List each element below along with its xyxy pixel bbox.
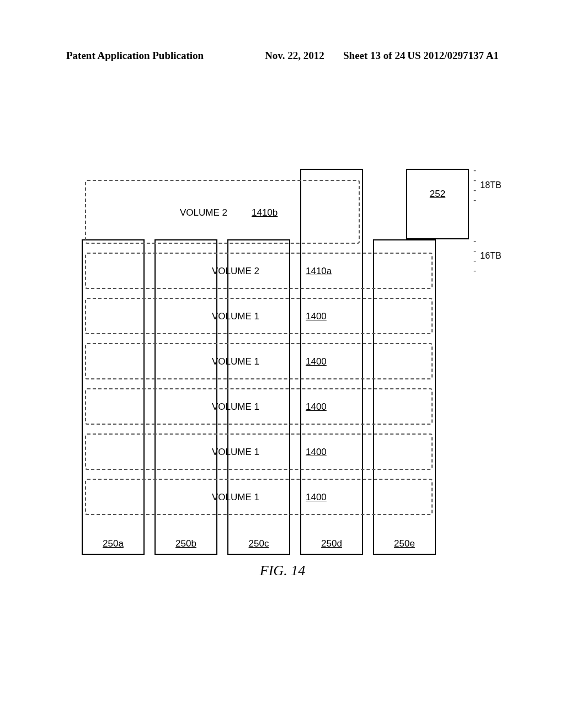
volume-ref: 1400	[306, 356, 327, 367]
dash-icon: - - - -	[473, 165, 477, 205]
volume-row-1400: VOLUME 1 1400	[85, 388, 433, 425]
page: Patent Application Publication Nov. 22, …	[0, 0, 565, 728]
sheet-num: Sheet 13 of 24	[343, 50, 405, 62]
figure-stage: 250a 250b 250c 250d 250e 252 - - - - 18T…	[82, 158, 484, 555]
volume-ref: 1410a	[306, 266, 332, 277]
volume-name: VOLUME 1	[212, 447, 259, 458]
volume-ref: 1400	[306, 492, 327, 503]
marker-label: 18TB	[480, 180, 501, 190]
volume-ref: 1410b	[252, 207, 278, 218]
pub-number: US 2012/0297137 A1	[407, 50, 499, 62]
extra-252-box: 252	[406, 169, 469, 239]
volume-row-1410a: VOLUME 2 1410a	[85, 253, 433, 289]
drive-label: 250b	[156, 538, 216, 549]
extra-252-label: 252	[407, 189, 468, 200]
volume-ref: 1400	[306, 311, 327, 322]
volume-row-1400: VOLUME 1 1400	[85, 298, 433, 334]
volume-name: VOLUME 1	[212, 492, 259, 503]
figure-caption: FIG. 14	[0, 563, 565, 579]
marker-16tb: - - - - 16TB	[473, 236, 502, 276]
pub-type: Patent Application Publication	[66, 50, 204, 62]
volume-name: VOLUME 1	[212, 311, 259, 322]
volume-row-1400: VOLUME 1 1400	[85, 343, 433, 379]
volume-name: VOLUME 2	[180, 207, 227, 218]
dash-icon: - - - -	[473, 236, 477, 276]
volume-row-1400: VOLUME 1 1400	[85, 479, 433, 515]
volume-ref: 1400	[306, 402, 327, 413]
drive-label: 250e	[374, 538, 435, 549]
volume-name: VOLUME 1	[212, 402, 259, 413]
drive-label: 250c	[228, 538, 289, 549]
page-header: Patent Application Publication Nov. 22, …	[66, 50, 499, 62]
volume-name: VOLUME 2	[212, 266, 259, 277]
volume-ref: 1400	[306, 447, 327, 458]
volume-row-1400: VOLUME 1 1400	[85, 433, 433, 470]
pub-date: Nov. 22, 2012	[265, 50, 324, 62]
volume-row-1410b: VOLUME 2 1410b	[85, 180, 360, 244]
drive-label: 250a	[83, 538, 143, 549]
drive-label: 250d	[301, 538, 362, 549]
volume-name: VOLUME 1	[212, 356, 259, 367]
marker-label: 16TB	[480, 251, 501, 261]
marker-18tb: - - - - 18TB	[473, 165, 502, 205]
